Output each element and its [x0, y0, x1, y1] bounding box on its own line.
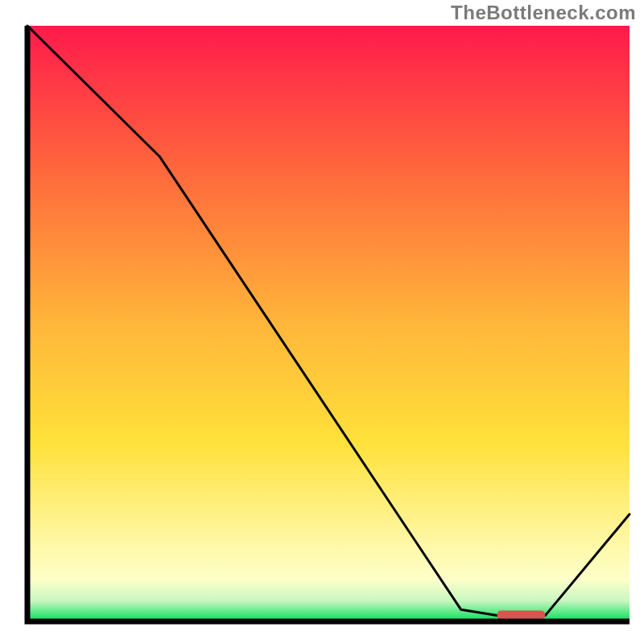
highlight-marker	[497, 611, 545, 620]
chart-svg	[0, 0, 644, 644]
chart-container: TheBottleneck.com	[0, 0, 644, 644]
watermark-text: TheBottleneck.com	[451, 2, 636, 24]
